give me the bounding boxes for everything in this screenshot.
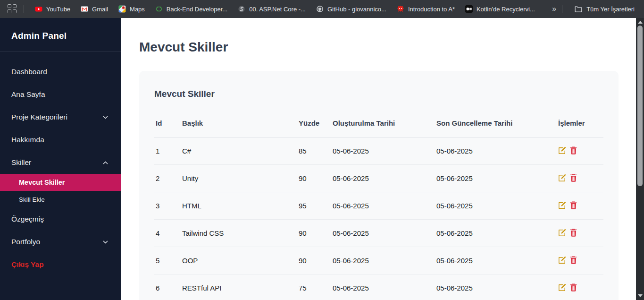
- sidebar-title: Admin Panel: [0, 18, 121, 51]
- cell-percent: 90: [297, 247, 331, 274]
- page-title: Mevcut Skiller: [139, 40, 619, 55]
- cell-created_at: 05-06-2025: [331, 165, 435, 192]
- roadmap-icon: [155, 5, 163, 13]
- delete-icon: [569, 146, 577, 156]
- apps-grid-icon[interactable]: [8, 4, 17, 14]
- bookmark-introduction-a-star[interactable]: Introduction to A*: [392, 3, 460, 15]
- sidebar-item-skill-ekle[interactable]: Skill Ekle: [0, 191, 121, 208]
- bookmark-label: YouTube: [46, 6, 70, 13]
- cell-title: C#: [181, 137, 297, 165]
- bookmark-label: Back-End Developer...: [167, 6, 227, 13]
- sidebar-item-ana-sayfa[interactable]: Ana Sayfa: [0, 83, 121, 106]
- edit-button[interactable]: [558, 229, 566, 238]
- edit-icon: [558, 174, 566, 183]
- edit-button[interactable]: [558, 146, 566, 156]
- cell-title: RESTful API: [181, 274, 297, 300]
- all-bookmarks-button[interactable]: Tüm Yer İşaretleri: [568, 3, 638, 15]
- table-row: 1C#8505-06-202505-06-2025: [154, 137, 603, 165]
- cell-updated_at: 05-06-2025: [435, 192, 557, 220]
- delete-button[interactable]: [569, 201, 577, 211]
- delete-icon: [569, 201, 577, 211]
- sidebar-item-proje-kategorileri[interactable]: Proje Kategorileri: [0, 106, 121, 129]
- cell-actions: [557, 247, 603, 274]
- skills-table: IdBaşlıkYüzdeOluşturulma TarihiSon Günce…: [154, 111, 603, 300]
- cell-title: Tailwind CSS: [181, 220, 297, 247]
- bookmark-maps[interactable]: Maps: [113, 3, 150, 15]
- sidebar-item-hakkimda[interactable]: Hakkımda: [0, 129, 121, 151]
- cell-updated_at: 05-06-2025: [435, 274, 557, 300]
- delete-button[interactable]: [569, 146, 577, 156]
- cell-percent: 85: [297, 137, 331, 165]
- bookmarks-bar: YouTubeGmailMapsBack-End Developer...00.…: [0, 0, 644, 18]
- github-icon: [316, 5, 324, 13]
- chevron-down-icon: [102, 239, 109, 245]
- sidebar-item-label: Skill Ekle: [19, 196, 45, 203]
- cell-updated_at: 05-06-2025: [435, 220, 557, 247]
- cell-updated_at: 05-06-2025: [435, 247, 557, 274]
- sidebar-item-mevcut-skiller[interactable]: Mevcut Skiller: [0, 174, 121, 191]
- bookmark-label: 00. ASP.Net Core -...: [249, 6, 306, 13]
- edit-button[interactable]: [558, 201, 566, 211]
- bookmark-label: GitHub - giovannico...: [327, 6, 386, 13]
- bookmark-kotlin-recyclerview[interactable]: Kotlin'de Recyclervi...: [460, 3, 540, 15]
- bookmark-backend-developer[interactable]: Back-End Developer...: [150, 3, 233, 15]
- bookmark-github[interactable]: GitHub - giovannico...: [311, 3, 392, 15]
- edit-button[interactable]: [558, 256, 566, 266]
- cell-created_at: 05-06-2025: [331, 247, 435, 274]
- sidebar-item-label: Portfolyo: [11, 238, 40, 246]
- page-scrollbar[interactable]: [636, 18, 644, 300]
- sidebar-item-label: Proje Kategorileri: [11, 113, 67, 121]
- sidebar-item-label: Özgeçmiş: [11, 215, 44, 223]
- bookmark-label: Introduction to A*: [408, 6, 455, 13]
- delete-button[interactable]: [569, 174, 577, 183]
- cell-percent: 75: [297, 274, 331, 300]
- chevron-up-icon: [102, 160, 109, 166]
- cell-created_at: 05-06-2025: [331, 220, 435, 247]
- redblob-icon: [397, 5, 404, 13]
- scroll-up-arrow-icon[interactable]: [638, 21, 643, 24]
- edit-icon: [558, 256, 566, 266]
- cell-title: HTML: [181, 192, 297, 220]
- sidebar-item-skiller[interactable]: Skiller: [0, 151, 121, 174]
- delete-button[interactable]: [569, 256, 577, 266]
- column-header: Id: [154, 111, 181, 137]
- cell-percent: 95: [297, 192, 331, 220]
- edit-button[interactable]: [558, 283, 566, 293]
- table-row: 2Unity9005-06-202505-06-2025: [154, 165, 603, 192]
- topbar-divider: [24, 5, 24, 13]
- cell-id: 1: [154, 137, 181, 165]
- table-row: 3HTML9505-06-202505-06-2025: [154, 192, 603, 220]
- bookmark-label: Kotlin'de Recyclervi...: [477, 6, 535, 13]
- edit-button[interactable]: [558, 174, 566, 183]
- bookmark-aspnet-core[interactable]: 00. ASP.Net Core -...: [233, 3, 311, 15]
- sidebar-item-dashboard[interactable]: Dashboard: [0, 60, 121, 83]
- edit-icon: [558, 201, 566, 211]
- sidebar-item-portfolyo[interactable]: Portfolyo: [0, 231, 121, 253]
- delete-icon: [569, 229, 577, 238]
- bookmark-gmail[interactable]: Gmail: [75, 3, 113, 15]
- maps-icon: [118, 5, 126, 13]
- sidebar-item-label: Çıkış Yap: [11, 260, 44, 269]
- cell-updated_at: 05-06-2025: [435, 165, 557, 192]
- sidebar-nav: DashboardAna SayfaProje KategorileriHakk…: [0, 51, 121, 276]
- delete-button[interactable]: [569, 229, 577, 238]
- scroll-down-arrow-icon[interactable]: [638, 294, 643, 297]
- swirl-globe-icon: [238, 5, 245, 13]
- bookmarks-overflow-button[interactable]: »: [546, 5, 562, 13]
- card-title: Mevcut Skiller: [154, 89, 603, 99]
- sidebar-item-cikis-yap[interactable]: Çıkış Yap: [0, 253, 121, 276]
- cell-actions: [557, 192, 603, 220]
- scrollbar-thumb[interactable]: [637, 26, 643, 186]
- cell-actions: [557, 137, 603, 165]
- sidebar-item-label: Dashboard: [11, 68, 47, 76]
- cell-actions: [557, 220, 603, 247]
- bookmark-youtube[interactable]: YouTube: [30, 3, 75, 15]
- sidebar-item-label: Ana Sayfa: [11, 90, 45, 99]
- sidebar-item-ozgecmis[interactable]: Özgeçmiş: [0, 208, 121, 231]
- medium-icon: [465, 5, 473, 13]
- column-header: İşlemler: [557, 111, 603, 137]
- delete-button[interactable]: [569, 283, 577, 293]
- sidebar-item-label: Mevcut Skiller: [19, 179, 65, 186]
- sidebar: Admin Panel DashboardAna SayfaProje Kate…: [0, 18, 121, 300]
- edit-icon: [558, 229, 566, 238]
